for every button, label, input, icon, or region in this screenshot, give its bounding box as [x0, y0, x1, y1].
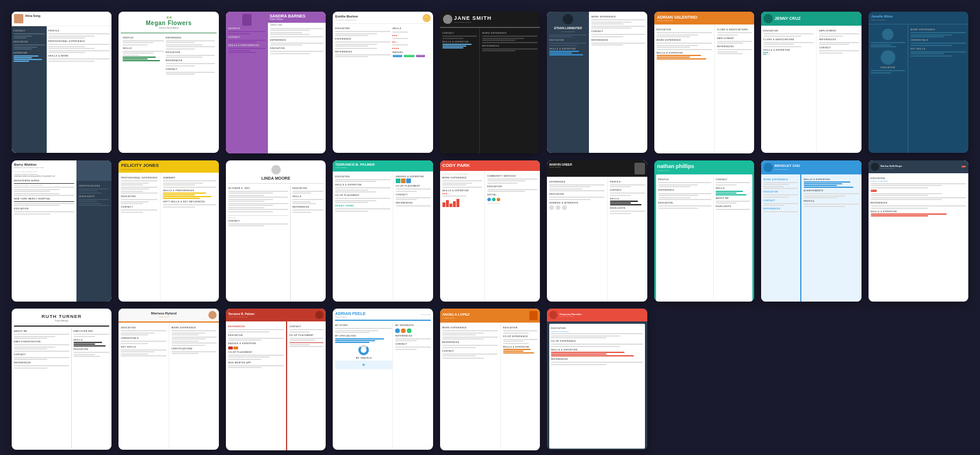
badges-label: BADGES & EXPERTISE	[228, 342, 284, 345]
contact-label: CONTACT	[228, 220, 288, 223]
badge	[233, 346, 238, 349]
person-name: Adrian Peele	[335, 311, 418, 316]
person-role: Teacher and Educator	[871, 19, 965, 21]
resume-gallery: Alina Song CONTACT EDUCATION EXPERTISE	[12, 12, 968, 450]
contact-label: CONTACT	[442, 32, 477, 35]
address: City/Province CA | City/Province, Task C…	[442, 173, 482, 175]
edu-label: Education	[292, 187, 323, 190]
person-role: Registered Nurse and Master of Health Ad…	[14, 167, 74, 169]
skills-label: SKILLS	[610, 198, 645, 201]
skills-label: KEY SKILLS	[911, 48, 966, 51]
hobbies-label: HOBBIES & INTERESTS	[549, 202, 605, 205]
person-role: Customer Service Advisor	[122, 27, 215, 30]
community-label: Community Services	[487, 175, 538, 178]
resume-card-barry-waldon[interactable]: Barry Waldon Registered Nurse and Master…	[12, 160, 111, 302]
hospital: Seattle Grace Hospital - Seattle, Washin…	[14, 184, 74, 186]
contact-label: CONTACT	[14, 354, 69, 356]
profile-label: PROFILE	[610, 181, 645, 184]
person-role: English Teacher	[121, 316, 206, 318]
person-name: ETHAN LANNISTER	[549, 26, 587, 30]
edu-label: EDUCATION	[487, 186, 538, 188]
photo	[634, 163, 645, 174]
resume-card-megan-flowers[interactable]: 🌿 🌿 Megan Flowers Customer Service Advis…	[118, 12, 218, 153]
ref-label: REFERENCES	[14, 362, 69, 365]
avatar	[271, 165, 281, 174]
resume-card-jenny-cruz[interactable]: JENNY CRUZ EDUCATION CLUBS & ASSOCIATION…	[761, 12, 861, 153]
quote: Leading to attain a nursing position of …	[14, 176, 74, 178]
social-icon	[492, 198, 496, 201]
employer-label: Employer/Position	[14, 341, 69, 344]
resume-card-marvin-greer[interactable]: Marvin Greer Graphic Designer EXPERIENCE…	[547, 160, 647, 302]
exp-label: EXPERIENCE	[270, 39, 323, 42]
work-label: SKILLS & WORK	[48, 55, 110, 58]
photo-placeholder	[242, 14, 252, 26]
resume-card-bradley-chu[interactable]: BRADLEY CHU Full Stack Developer WORK EX…	[761, 160, 861, 302]
edu-label: EDUCATION	[763, 30, 814, 33]
resume-card-chayoung-ransikan[interactable]: Chayoung Ransikan Computer Science & Nur…	[547, 309, 647, 450]
coop2-label: CO-OP PLACEMENT	[396, 185, 431, 188]
resume-card-jane-smith[interactable]: JANE SMITH Media Customer Associate CONT…	[440, 12, 540, 153]
avatar	[882, 29, 894, 40]
person-role: Editorial Designer	[335, 167, 430, 169]
contact-label: CONTACT	[442, 350, 498, 353]
resume-card-linda-moore[interactable]: LINDA MOORE October 8, 2021 Linda Mo	[226, 160, 326, 302]
badge: Adaptable	[416, 55, 425, 57]
skills-label: SKILLS & EXPERTISE	[551, 349, 643, 352]
skills-label: CONTACT	[290, 326, 324, 328]
skills-label: SKILLS & EXPERTISE	[442, 190, 482, 192]
edu-label: EDUCATION	[551, 327, 643, 330]
badge	[228, 346, 233, 349]
resume-card-alina-song[interactable]: Alina Song CONTACT EDUCATION EXPERTISE	[12, 12, 111, 153]
resume-card-felicity-jones[interactable]: FELICITY JONES Customer Service Represen…	[118, 160, 218, 302]
interest-icon	[395, 328, 400, 333]
contact-label: CONTACT	[121, 206, 158, 209]
interest-icon	[407, 328, 411, 333]
contact-label: CONTACT	[591, 30, 644, 33]
exp-label: WORK EXPERIENCE	[482, 32, 538, 35]
person-role: Full Stack Developer	[549, 31, 587, 33]
ref-label: REFERENCES	[482, 45, 538, 48]
resume-card-nathan-phillips[interactable]: nathan phillips Marketing Director PROFI…	[654, 160, 754, 302]
resume-card-cody-park[interactable]: CODY PARK City/Province CA | City/Provin…	[440, 160, 540, 302]
avatar	[14, 14, 23, 23]
exp-label: EXPERIENCE	[549, 181, 605, 184]
date-label: October 8, 2021	[228, 187, 288, 190]
resume-card-marissa-ryland[interactable]: Marissa Ryland English Teacher EDUCATION…	[118, 309, 218, 450]
prof-exp-label: PROFESSIONAL EXPERIENCE	[121, 177, 158, 180]
resume-card-terrance-palmer[interactable]: TERRANCE B. PALMER Editorial Designer ED…	[333, 160, 433, 302]
profile-label: PROFILE	[123, 37, 163, 40]
hobby-icon	[562, 205, 567, 210]
contact-label: CONTACT	[228, 36, 266, 39]
pie-chart	[358, 345, 369, 355]
hobby-icon	[549, 205, 554, 210]
resume-card-janelle-miles[interactable]: Janelle Miles Teacher and Educator EDUCA…	[869, 12, 968, 153]
phone: (555) 555-5555	[421, 314, 431, 316]
skills-label: SKILLS	[123, 47, 163, 50]
resume-card-adrian-valentino[interactable]: ADRIAN VALENTINO Computer Science Major …	[654, 12, 754, 153]
resume-card-terrance-b-palmer-2[interactable]: Terrance B. Palmer 1600 Morris Drive | S…	[226, 309, 326, 450]
resume-card-angela-lopez[interactable]: ANGELA LOPEZ Dr. Marketing Specialist WO…	[440, 309, 540, 450]
edu-label: EDUCATION	[270, 47, 323, 50]
ref-label: REFERENCES	[717, 46, 752, 48]
resume-card-ethan-lannister[interactable]: ETHAN LANNISTER Full Stack Developer EDU…	[547, 12, 647, 153]
resume-card-sandra-barnes[interactable]: ADDRESS CONTACT SKILLS & PREFERENCES SAN…	[226, 12, 326, 153]
date: JUNE 25, 2020	[270, 24, 323, 27]
person-role: Computer Science & Nursing	[559, 316, 581, 317]
contact-label: CONTACT	[396, 194, 431, 197]
summary-label: SUMMARY	[163, 177, 216, 180]
resume-card-emilie-burton[interactable]: Emilie Burton 123.456.7890 | email@email…	[333, 12, 433, 153]
person-name: Barry Waldon	[14, 163, 74, 167]
cert-label: Certifications	[79, 185, 109, 188]
skills-label: SKILLS & PREFERENCES	[163, 190, 216, 192]
avatar	[871, 163, 879, 171]
work-label: 2020 Months App	[228, 362, 284, 365]
resume-card-ruth-turner[interactable]: RUTH TURNER Product Manager ABOUT ME Emp…	[12, 309, 111, 450]
resume-card-marlisa-haffelfinger[interactable]: Marlisa Haffelfinger Computer Science St…	[869, 160, 968, 302]
referenced-label: REFERENCED	[228, 326, 284, 328]
edu-label: EDUCATION	[549, 193, 605, 196]
avatar	[208, 311, 217, 319]
edu-label: EDUCATION	[503, 327, 538, 330]
resume-card-adrian-peele[interactable]: Adrian Peele Graphic Designer (555) 555-…	[333, 309, 433, 450]
person-name: JANE SMITH	[454, 15, 492, 22]
person-name: Megan Flowers	[122, 19, 215, 27]
